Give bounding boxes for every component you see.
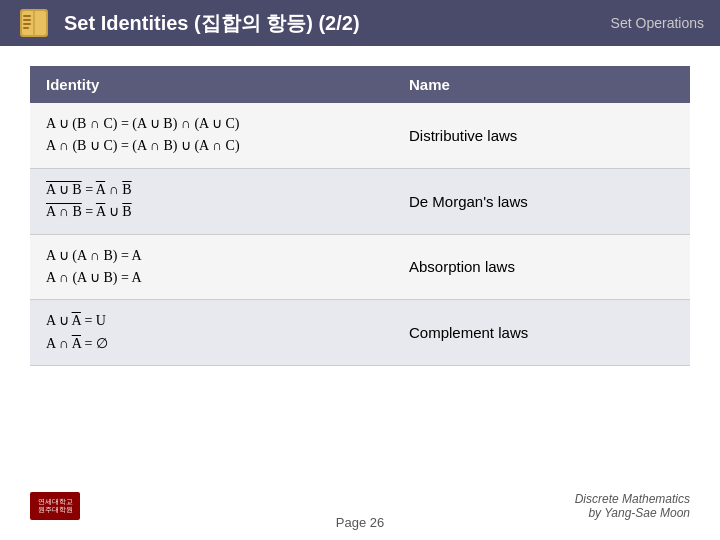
footer: 연세대학교원주대학원 Page 26 Discrete Mathematics … — [0, 515, 720, 530]
table-header-row: Identity Name — [30, 66, 690, 103]
col-header-identity: Identity — [30, 66, 393, 103]
logo-box: 연세대학교원주대학원 — [30, 492, 80, 520]
col-header-name: Name — [393, 66, 690, 103]
svg-rect-5 — [23, 23, 31, 25]
identity-line2: A ∩ A = ∅ — [46, 333, 377, 355]
identity-cell: A ∪ B = A ∩ B A ∩ B = A ∪ B — [30, 168, 393, 234]
name-cell: Complement laws — [393, 300, 690, 366]
svg-rect-4 — [23, 19, 31, 21]
identity-line1: A ∪ B = A ∩ B — [46, 179, 377, 201]
header-left: Set Identities (집합의 항등) (2/2) — [16, 5, 360, 41]
header-subtitle: Set Operations — [611, 15, 704, 31]
credit: Discrete Mathematics by Yang-Sae Moon — [575, 492, 690, 520]
identity-line1: A ∪ (A ∩ B) = A — [46, 245, 377, 267]
table-row: A ∪ (A ∩ B) = A A ∩ (A ∪ B) = A Absorpti… — [30, 234, 690, 300]
name-cell: Distributive laws — [393, 103, 690, 168]
identity-cell: A ∪ A = U A ∩ A = ∅ — [30, 300, 393, 366]
name-cell: Absorption laws — [393, 234, 690, 300]
identity-cell: A ∪ (B ∩ C) = (A ∪ B) ∩ (A ∪ C) A ∩ (B ∪… — [30, 103, 393, 168]
svg-rect-3 — [23, 15, 31, 17]
page-title: Set Identities (집합의 항등) (2/2) — [64, 10, 360, 37]
page-number: Page 26 — [336, 515, 384, 530]
identity-line2: A ∩ (B ∪ C) = (A ∩ B) ∪ (A ∩ C) — [46, 135, 377, 157]
identity-line2: A ∩ (A ∪ B) = A — [46, 267, 377, 289]
name-cell: De Morgan's laws — [393, 168, 690, 234]
identities-table: Identity Name A ∪ (B ∩ C) = (A ∪ B) ∩ (A… — [30, 66, 690, 366]
school-logo: 연세대학교원주대학원 — [30, 492, 80, 520]
identity-line1: A ∪ A = U — [46, 310, 377, 332]
table-row: A ∪ B = A ∩ B A ∩ B = A ∪ B De Morgan's … — [30, 168, 690, 234]
header: Set Identities (집합의 항등) (2/2) Set Operat… — [0, 0, 720, 46]
table-row: A ∪ (B ∩ C) = (A ∪ B) ∩ (A ∪ C) A ∩ (B ∪… — [30, 103, 690, 168]
identity-cell: A ∪ (A ∩ B) = A A ∩ (A ∪ B) = A — [30, 234, 393, 300]
book-icon — [16, 5, 52, 41]
svg-rect-6 — [23, 27, 29, 29]
identity-line1: A ∪ (B ∩ C) = (A ∪ B) ∩ (A ∪ C) — [46, 113, 377, 135]
main-content: Identity Name A ∪ (B ∩ C) = (A ∪ B) ∩ (A… — [0, 46, 720, 386]
identity-line2: A ∩ B = A ∪ B — [46, 201, 377, 223]
table-row: A ∪ A = U A ∩ A = ∅ Complement laws — [30, 300, 690, 366]
